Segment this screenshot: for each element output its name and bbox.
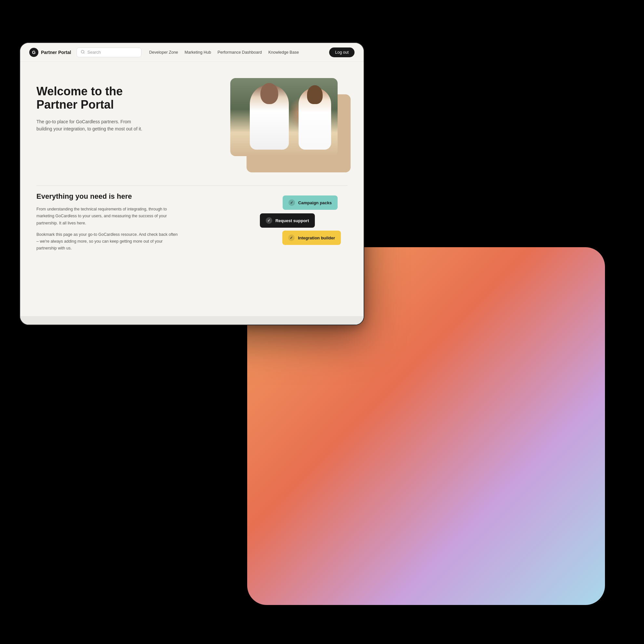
bottom-bar (20, 316, 364, 325)
nav-links: Developer Zone Marketing Hub Performance… (149, 50, 324, 55)
hero-title: Welcome to the Partner Portal (36, 85, 217, 112)
campaign-check-icon: ✓ (288, 199, 295, 206)
search-icon (81, 50, 85, 55)
logout-button[interactable]: Log out (329, 47, 355, 57)
hero-image-photo (230, 78, 338, 156)
person-2 (299, 88, 331, 150)
hero-subtitle: The go-to place for GoCardless partners.… (36, 118, 147, 133)
section-title: Everything you need is here (36, 192, 217, 201)
scene: G Partner Portal Search Developer Zone M… (0, 0, 644, 644)
feature-pills: ✓ Campaign packs ✓ Request support ✓ Int… (230, 192, 347, 251)
person-1 (250, 85, 289, 150)
photo-overlay (230, 78, 338, 156)
search-bar[interactable]: Search (76, 47, 141, 57)
integration-check-icon: ✓ (288, 235, 295, 241)
main-content: Welcome to the Partner Portal The go-to … (20, 62, 364, 325)
lower-text: Everything you need is here From underst… (36, 192, 217, 257)
person-head-2 (307, 85, 323, 104)
pill-support-label: Request support (275, 218, 309, 223)
pill-campaign-packs[interactable]: ✓ Campaign packs (283, 195, 338, 210)
hero-text: Welcome to the Partner Portal The go-to … (36, 78, 217, 133)
section-body-2: Bookmark this page as your go-to GoCardl… (36, 231, 180, 252)
svg-line-1 (84, 53, 84, 53)
hero-image-container (230, 78, 347, 163)
svg-point-0 (81, 50, 84, 53)
logo-area: G Partner Portal (29, 48, 71, 57)
navbar: G Partner Portal Search Developer Zone M… (20, 43, 364, 62)
logo-text: Partner Portal (41, 50, 71, 55)
section-body-1: From understanding the technical require… (36, 206, 180, 227)
person-head-1 (261, 83, 278, 104)
nav-developer-zone[interactable]: Developer Zone (149, 50, 178, 55)
logo-icon: G (29, 48, 38, 57)
pill-integration-label: Integration builder (298, 235, 335, 240)
pill-integration-builder[interactable]: ✓ Integration builder (282, 231, 341, 245)
lower-section: Everything you need is here From underst… (20, 186, 364, 270)
pill-campaign-label: Campaign packs (298, 200, 332, 205)
hero-section: Welcome to the Partner Portal The go-to … (20, 62, 364, 185)
nav-performance-dashboard[interactable]: Performance Dashboard (218, 50, 262, 55)
search-placeholder: Search (87, 50, 101, 55)
pill-request-support[interactable]: ✓ Request support (260, 213, 315, 228)
nav-knowledge-base[interactable]: Knowledge Base (268, 50, 299, 55)
nav-marketing-hub[interactable]: Marketing Hub (185, 50, 211, 55)
support-check-icon: ✓ (266, 217, 272, 224)
browser-frame: G Partner Portal Search Developer Zone M… (20, 42, 364, 325)
